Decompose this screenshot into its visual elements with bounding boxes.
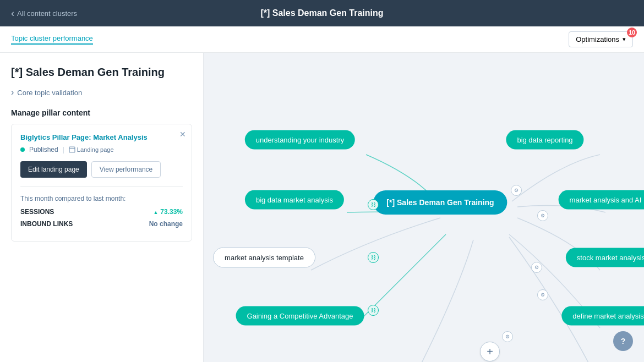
node-stock-market-analysis[interactable]: stock market analysis [566,248,644,267]
settings-indicator-2[interactable]: ⚙ [537,210,548,221]
node-big-data-market-analysis[interactable]: big data market analysis [245,190,344,210]
settings-indicator-5[interactable]: ⚙ [502,331,513,342]
link-indicator-1[interactable]: ⛓ [368,199,379,210]
viz-panel: [*] Sales Deman Gen Training understandi… [204,53,644,362]
inbound-links-stat-row: INBOUND LINKS No change [20,220,183,228]
link-indicator-3[interactable]: ⛓ [368,305,379,316]
stats-compare-label: This month compared to last month: [20,195,183,202]
node-big-data-reporting[interactable]: big data reporting [506,130,583,150]
left-panel-title: [*] Sales Deman Gen Training [11,66,192,79]
main-layout: [*] Sales Deman Gen Training Core topic … [0,53,644,362]
node-market-analysis-template[interactable]: market analysis template [213,248,315,268]
landing-page-icon: Landing page [69,146,114,153]
sub-nav: Topic cluster performance Optimizations … [0,26,644,53]
sessions-value: 73.33% [153,208,183,216]
optimizations-badge: 10 [627,28,637,37]
node-gaining-competitive[interactable]: Gaining a Competitive Advantage [236,306,364,326]
close-button[interactable]: ✕ [179,130,186,139]
svg-rect-0 [69,147,75,152]
manage-pillar-title: Manage pillar content [11,108,192,117]
pillar-card: ✕ Biglytics Pillar Page: Market Analysis… [11,124,192,242]
inbound-links-label: INBOUND LINKS [20,220,73,228]
view-performance-button[interactable]: View performance [91,161,161,178]
settings-indicator-3[interactable]: ⚙ [531,262,542,273]
settings-indicator-1[interactable]: ⚙ [511,185,522,196]
node-understanding-industry[interactable]: understanding your industry [245,130,355,150]
card-meta: Published | Landing page [20,146,183,153]
back-link[interactable]: All content clusters [11,8,77,19]
center-node[interactable]: [*] Sales Deman Gen Training [373,190,507,215]
edit-landing-page-button[interactable]: Edit landing page [20,161,87,178]
top-nav: All content clusters [*] Sales Deman Gen… [0,0,644,26]
help-button[interactable]: ? [613,331,633,351]
core-topic-validation[interactable]: Core topic validation [11,87,192,97]
settings-indicator-4[interactable]: ⚙ [537,289,548,300]
sessions-label: SESSIONS [20,208,54,216]
inbound-links-value: No change [149,220,183,228]
add-node-button[interactable]: + [480,342,500,361]
card-actions: Edit landing page View performance [20,161,183,178]
node-define-market-analysis[interactable]: define market analysis [561,306,644,326]
page-title: [*] Sales Deman Gen Training [260,8,383,18]
node-market-analysis-ai[interactable]: market analysis and AI [559,190,644,210]
link-indicator-2[interactable]: ⛓ [368,252,379,263]
status-dot [20,147,25,152]
sessions-stat-row: SESSIONS 73.33% [20,208,183,216]
left-panel: [*] Sales Deman Gen Training Core topic … [0,53,204,362]
optimizations-button[interactable]: Optimizations ▾ 10 [569,31,633,47]
sessions-up-arrow [153,208,158,216]
topic-cluster-performance-tab[interactable]: Topic cluster performance [11,34,93,45]
stats-section: This month compared to last month: SESSI… [20,187,183,228]
status-label: Published [29,146,58,153]
pillar-card-title: Biglytics Pillar Page: Market Analysis [20,133,183,141]
